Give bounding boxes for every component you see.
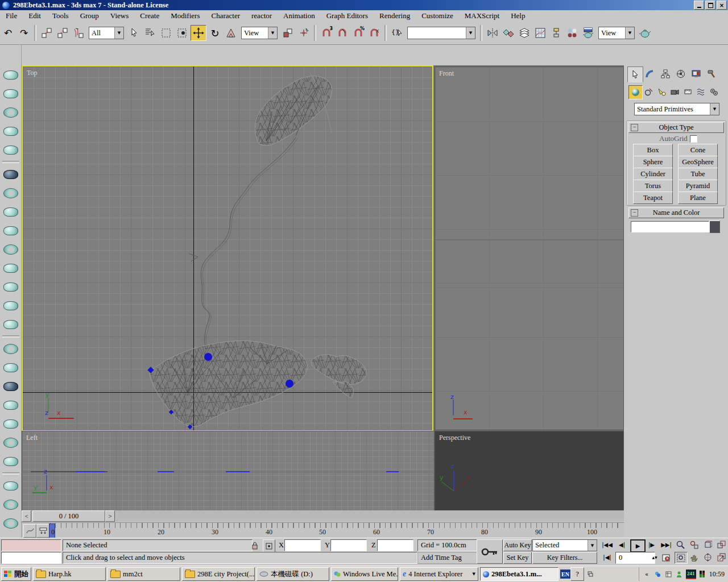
chevron-down-icon[interactable]: ▼ [268,27,277,39]
pivot-center-button[interactable] [280,26,295,40]
collapse-chevron-icon[interactable]: « [643,570,651,579]
tab-create[interactable] [627,66,643,82]
viewport-left[interactable]: Left z y x [22,431,435,511]
wheel-icon[interactable] [2,435,19,450]
tube-button[interactable]: Tube [678,168,718,180]
menu-character[interactable]: Character [205,11,246,21]
select-link-button[interactable] [39,26,54,40]
tab-hierarchy[interactable] [658,66,673,81]
pan-hand-button[interactable] [688,552,700,563]
m-shirt-icon[interactable] [2,479,19,493]
track-bar-filter-button[interactable] [36,524,49,538]
manipulate-button[interactable] [296,26,311,40]
clamp-icon[interactable] [2,223,19,238]
clock[interactable]: 10:59 [709,570,725,579]
capsule-icon[interactable] [2,205,19,219]
absolute-offset-toggle[interactable] [263,539,275,552]
tab-motion[interactable] [673,66,688,81]
material-editor-button[interactable] [565,26,580,40]
desktop-toggle-icon[interactable] [586,570,594,579]
x-coord-field[interactable] [284,539,321,551]
create-shapes-button[interactable] [642,85,655,98]
gear-icon[interactable] [2,242,19,256]
m-ball-icon[interactable] [2,497,19,512]
set-keys-button[interactable] [477,539,503,564]
taskbar-item-mm2ct[interactable]: mm2ct [107,567,180,581]
box-button[interactable]: Box [633,144,673,156]
create-spacewarps-button[interactable] [694,85,708,98]
edit-named-selections-button[interactable]: {} [390,26,404,40]
frame-spinner[interactable]: ▲▼ [652,552,657,563]
object-color-swatch[interactable] [709,221,720,233]
menu-customize[interactable]: Customize [416,11,459,21]
star-icon[interactable] [2,143,19,157]
sphere-icon[interactable] [2,105,19,119]
messenger-tray-icon[interactable] [653,570,662,579]
time-slider-handle[interactable]: 0 / 100 [32,510,105,522]
layer-manager-button[interactable] [517,26,532,40]
chevron-down-icon[interactable]: ▼ [710,103,719,115]
taskbar-item-harp[interactable]: Harp.hk [33,567,106,581]
sphere-button[interactable]: Sphere [633,156,673,168]
chevron-down-icon[interactable]: ▼ [114,27,123,39]
pillow-icon[interactable] [2,398,19,412]
minimize-button[interactable] [694,1,704,10]
autogrid-checkbox[interactable] [690,135,697,143]
tab-modify[interactable] [643,66,657,81]
cpu-meter-icon[interactable] [698,570,707,579]
menu-help[interactable]: Help [505,11,531,21]
pyramid-button[interactable]: Pyramid [678,180,718,192]
scale-button[interactable] [224,26,238,40]
torus-button[interactable]: Torus [633,180,673,192]
viewport-perspective[interactable]: Perspective z x y [435,431,624,511]
menu-modifiers[interactable]: Modifiers [165,11,205,21]
teapot-icon[interactable] [2,86,19,101]
taskbar-item-internet-explorer[interactable]: e4 Internet Explorer▼ [400,567,478,581]
time-next-button[interactable]: > [105,510,115,522]
counter-icon[interactable]: 241 [686,569,696,579]
taskbar-item-3dsmax[interactable]: 298Ebeta3.1.m... [480,567,559,581]
ramp-icon[interactable] [2,298,19,313]
zoom-all-button[interactable] [688,539,700,550]
menu-reactor[interactable]: reactor [246,11,278,21]
z-coord-field[interactable] [377,539,413,551]
menu-maxscript[interactable]: MAXScript [459,11,505,21]
menu-animation[interactable]: Animation [278,11,321,21]
select-by-name-button[interactable] [143,26,158,40]
menu-file[interactable]: File [0,11,23,21]
plane-button[interactable]: Plane [678,192,718,204]
close-button[interactable]: × [717,1,727,10]
create-lights-button[interactable] [655,85,668,98]
maxscript-mini-listener-pink[interactable] [1,539,61,551]
spline-icon[interactable] [2,454,19,468]
unlink-button[interactable] [55,26,70,40]
play-button[interactable]: ▶ [630,539,646,552]
move-button[interactable] [191,25,206,41]
category-dropdown[interactable]: Standard Primitives ▼ [634,103,719,115]
reference-coord-dropdown[interactable]: View ▼ [241,27,278,39]
arc-rotate-button[interactable] [702,552,714,563]
teapot-button[interactable]: Teapot [633,192,673,204]
geosphere-button[interactable]: GeoSphere [678,156,718,168]
go-to-end-button[interactable]: ▶▶| [660,539,673,550]
add-time-tag[interactable]: Add Time Tag [417,552,481,564]
min-max-toggle-button[interactable] [715,552,727,563]
previous-frame-button[interactable]: ◀| [615,539,628,550]
zoom-region-button[interactable] [675,552,688,564]
chevron-down-icon[interactable]: ▼ [625,27,634,39]
selection-filter-dropdown[interactable]: All ▼ [89,27,124,39]
select-object-button[interactable] [127,26,142,40]
window-grid-icon[interactable] [664,570,673,579]
key-mode-toggle[interactable]: |◀| [601,552,614,563]
menu-graph-editors[interactable]: Graph Editors [321,11,374,21]
set-key-button[interactable]: Set Key [503,552,532,564]
m-spiral-icon[interactable] [2,516,19,530]
tab-utilities[interactable] [704,66,719,81]
spinner-snap-button[interactable] [367,26,382,40]
dice-icon[interactable] [2,379,19,393]
curve-editor-button[interactable] [533,26,548,40]
percent-snap-button[interactable]: % [351,26,366,40]
create-systems-button[interactable] [708,85,721,98]
taskbar-item-disk-d[interactable]: 本機磁碟 (D:) [257,567,329,581]
menu-views[interactable]: Views [105,11,134,21]
